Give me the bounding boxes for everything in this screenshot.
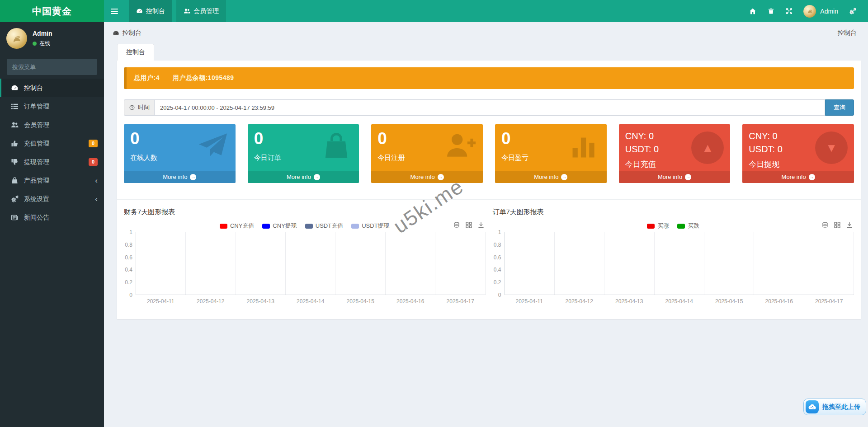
save-image-icon[interactable] — [846, 221, 853, 229]
home-button[interactable] — [744, 0, 762, 22]
legend-item[interactable]: 买跌 — [677, 222, 699, 230]
sidebar-username: Admin — [33, 30, 52, 37]
chart-grid — [136, 232, 486, 295]
legend-swatch — [305, 224, 313, 229]
more-info-link[interactable]: More info → — [124, 171, 236, 183]
more-info-link[interactable]: More info → — [371, 171, 483, 183]
online-status[interactable]: 在线 — [33, 40, 52, 47]
top-navbar: 中国黄金 控制台 会员管理 Admin — [0, 0, 868, 22]
query-button[interactable]: 查询 — [825, 99, 854, 116]
legend-swatch — [351, 224, 359, 229]
online-status-dot — [33, 42, 37, 46]
chart-grid — [505, 232, 854, 295]
x-tick: 2025-04-14 — [654, 298, 704, 305]
sidebar-item-products[interactable]: 产品管理 ‹ — [0, 171, 104, 190]
charts-row: 财务7天图形报表 CNY充值 CNY提现 USDT充值 USDT提现 — [124, 208, 854, 305]
username: Admin — [820, 8, 838, 15]
save-image-icon[interactable] — [477, 221, 485, 229]
sidebar-item-label: 产品管理 — [24, 177, 49, 185]
legend-item[interactable]: USDT提现 — [351, 222, 389, 230]
stats-banner: 总用户:4 用户总余额:1095489 — [124, 67, 854, 89]
avatar — [803, 5, 816, 18]
plot-area: 1 0.8 0.6 0.4 0.2 0 — [493, 232, 854, 295]
x-tick: 2025-04-16 — [386, 298, 436, 305]
legend-swatch — [677, 224, 685, 229]
clear-cache-button[interactable] — [762, 0, 780, 22]
chart-toolbox — [821, 221, 853, 229]
paper-plane-icon — [198, 131, 228, 161]
x-tick: 2025-04-13 — [604, 298, 655, 305]
more-info-link[interactable]: More info → — [619, 171, 731, 183]
sidebar-item-recharge[interactable]: 充值管理 0 — [0, 134, 104, 153]
content-tabs: 控制台 — [117, 44, 861, 61]
y-tick: 1 — [129, 229, 132, 235]
thumbs-down-icon — [11, 158, 19, 166]
users-icon — [11, 121, 19, 129]
home-icon — [749, 8, 756, 15]
expand-icon — [786, 8, 793, 14]
recharge-badge: 0 — [89, 140, 98, 147]
orders-chart: 订单7天图形报表 买涨 买跌 1 0.8 — [493, 208, 854, 305]
data-view-icon[interactable] — [834, 221, 841, 229]
x-tick: 2025-04-13 — [236, 298, 286, 305]
x-tick: 2025-04-12 — [554, 298, 604, 305]
arrow-circle-icon: → — [438, 174, 444, 180]
navbar-tab-dashboard[interactable]: 控制台 — [129, 0, 172, 22]
tab-dashboard[interactable]: 控制台 — [117, 44, 154, 61]
more-info-link[interactable]: More info → — [742, 171, 854, 183]
x-axis-labels: 2025-04-11 2025-04-12 2025-04-13 2025-04… — [136, 298, 486, 305]
navbar-tab-label: 会员管理 — [193, 7, 219, 15]
divider — [117, 199, 861, 200]
navbar-tab-members[interactable]: 会员管理 — [176, 0, 226, 22]
app-logo[interactable]: 中国黄金 — [0, 0, 104, 22]
sidebar-item-dashboard[interactable]: 控制台 — [0, 79, 104, 97]
sidebar-toggle-button[interactable] — [104, 0, 125, 22]
more-info-link[interactable]: More info → — [248, 171, 359, 183]
x-tick: 2025-04-16 — [754, 298, 804, 305]
data-view-icon[interactable] — [465, 221, 472, 229]
sidebar-item-withdraw[interactable]: 提现管理 0 — [0, 153, 104, 171]
user-menu[interactable]: Admin — [798, 5, 844, 18]
withdraw-badge: 0 — [89, 158, 98, 166]
legend-item[interactable]: CNY充值 — [220, 222, 254, 230]
gears-icon — [849, 8, 856, 15]
navbar-tabs: 控制台 会员管理 — [104, 0, 226, 22]
data-zoom-icon[interactable] — [453, 221, 460, 229]
cloud-icon — [806, 400, 819, 413]
dashboard-icon — [11, 84, 19, 92]
sidebar: Admin 在线 控制台 订单管理 会员管理 充值管理 0 — [0, 22, 104, 427]
x-tick: 2025-04-11 — [136, 298, 186, 305]
sidebar-item-orders[interactable]: 订单管理 — [0, 97, 104, 116]
x-tick: 2025-04-15 — [704, 298, 755, 305]
arrow-circle-icon: → — [809, 174, 815, 180]
caret-down-circle-icon: ▼ — [815, 131, 848, 164]
user-plus-icon — [445, 131, 476, 161]
fullscreen-button[interactable] — [780, 0, 798, 22]
legend-item[interactable]: 买涨 — [647, 222, 669, 230]
search-input[interactable] — [7, 64, 97, 70]
y-tick: 0.8 — [494, 242, 501, 248]
time-filter-label: 时间 — [124, 99, 154, 116]
upload-dropzone[interactable]: 拖拽至此上传 — [803, 399, 866, 415]
navbar-tab-label: 控制台 — [146, 7, 165, 15]
legend-item[interactable]: CNY提现 — [262, 222, 297, 230]
more-info-link[interactable]: More info → — [495, 171, 607, 183]
y-tick: 0.2 — [494, 279, 501, 286]
data-zoom-icon[interactable] — [821, 221, 829, 229]
x-tick: 2025-04-14 — [286, 298, 336, 305]
y-tick: 0.8 — [125, 242, 132, 248]
chevron-left-icon: ‹ — [95, 195, 98, 203]
legend-swatch — [220, 224, 227, 229]
sidebar-item-settings[interactable]: 系统设置 ‹ — [0, 190, 104, 208]
shopping-bag-icon — [11, 177, 19, 184]
newspaper-icon — [11, 214, 19, 221]
time-filter: 时间 查询 — [124, 99, 854, 116]
arrow-circle-icon: → — [314, 174, 320, 180]
settings-button[interactable] — [844, 0, 862, 22]
date-range-input[interactable] — [154, 99, 825, 116]
sidebar-item-news[interactable]: 新闻公告 — [0, 208, 104, 227]
sidebar-item-members[interactable]: 会员管理 — [0, 116, 104, 134]
legend-item[interactable]: USDT充值 — [305, 222, 343, 230]
sidebar-menu: 控制台 订单管理 会员管理 充值管理 0 提现管理 0 产品管理 ‹ — [0, 79, 104, 227]
y-tick: 0.6 — [494, 254, 501, 261]
